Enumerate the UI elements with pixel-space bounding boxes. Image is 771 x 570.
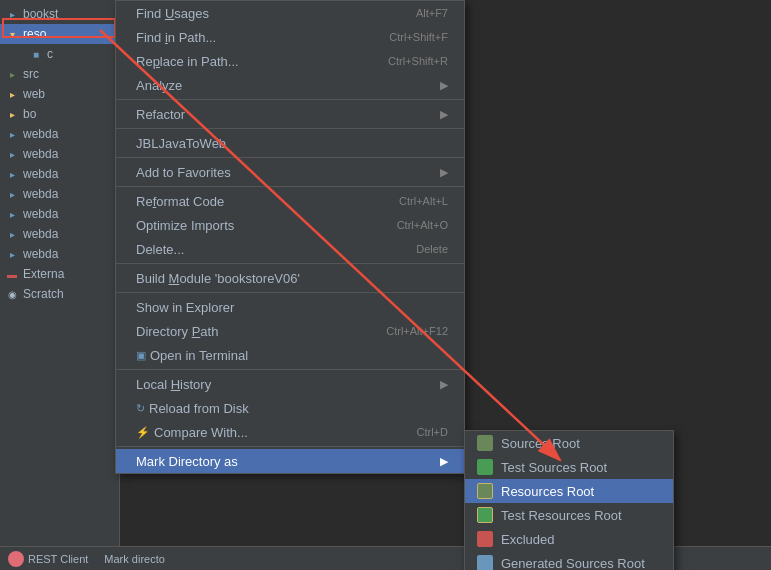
excluded-label: Excluded <box>501 532 554 547</box>
separator-7 <box>116 369 464 370</box>
generated-sources-label: Generated Sources Root <box>501 556 645 571</box>
test-resources-root-label: Test Resources Root <box>501 508 622 523</box>
folder-icon-3: ▸ <box>4 106 20 122</box>
menu-show-explorer[interactable]: Show in Explorer <box>116 295 464 319</box>
menu-directory-path[interactable]: Directory Path Ctrl+Alt+F12 <box>116 319 464 343</box>
tree-item-webda1[interactable]: ▸ webda <box>0 124 119 144</box>
tree-item-src[interactable]: ▸ src <box>0 64 119 84</box>
menu-jbljava[interactable]: JBLJavaToWeb <box>116 131 464 155</box>
tree-item-bookst[interactable]: ▸ bookst <box>0 4 119 24</box>
tree-item-webda6[interactable]: ▸ webda <box>0 224 119 244</box>
generated-sources-icon <box>477 555 493 570</box>
sidebar: ▸ bookst ▾ reso ■ c ▸ src ▸ web ▸ bo ▸ w… <box>0 0 120 570</box>
tree-label: webda <box>23 247 58 261</box>
menu-reformat[interactable]: Reformat Code Ctrl+Alt+L <box>116 189 464 213</box>
submenu-sources-root[interactable]: Sources Root <box>465 431 673 455</box>
test-sources-root-label: Test Sources Root <box>501 460 607 475</box>
separator-4 <box>116 186 464 187</box>
submenu-test-resources-root[interactable]: Test Resources Root <box>465 503 673 527</box>
menu-replace-in-path[interactable]: Replace in Path... Ctrl+Shift+R <box>116 49 464 73</box>
tree-label: webda <box>23 167 58 181</box>
sources-root-icon <box>477 435 493 451</box>
menu-compare-with[interactable]: ⚡ Compare With... Ctrl+D <box>116 420 464 444</box>
tree-label: Externa <box>23 267 64 281</box>
mark-directory-submenu: Sources Root Test Sources Root Resources… <box>464 430 674 570</box>
module-icon-6: ▸ <box>4 206 20 222</box>
tree-label: web <box>23 87 45 101</box>
tree-item-reso[interactable]: ▾ reso <box>0 24 119 44</box>
tree-label: c <box>47 47 53 61</box>
test-sources-root-icon <box>477 459 493 475</box>
separator-2 <box>116 128 464 129</box>
menu-analyze[interactable]: Analyze ▶ <box>116 73 464 97</box>
menu-refactor[interactable]: Refactor ▶ <box>116 102 464 126</box>
sources-root-label: Sources Root <box>501 436 580 451</box>
tree-label: src <box>23 67 39 81</box>
tree-label: webda <box>23 227 58 241</box>
rest-client-icon <box>8 551 24 567</box>
tree-item-externa[interactable]: ▬ Externa <box>0 264 119 284</box>
reload-icon: ↻ <box>136 402 145 415</box>
menu-reload-disk[interactable]: ↻ Reload from Disk <box>116 396 464 420</box>
tree-item-webda3[interactable]: ▸ webda <box>0 164 119 184</box>
module-icon-4: ▸ <box>4 166 20 182</box>
tree-item-bo[interactable]: ▸ bo <box>0 104 119 124</box>
tree-item-webda4[interactable]: ▸ webda <box>0 184 119 204</box>
tree-item-webda7[interactable]: ▸ webda <box>0 244 119 264</box>
tree-label: bookst <box>23 7 58 21</box>
menu-delete[interactable]: Delete... Delete <box>116 237 464 261</box>
folder-icon: ▾ <box>4 26 20 42</box>
separator-6 <box>116 292 464 293</box>
submenu-excluded[interactable]: Excluded <box>465 527 673 551</box>
tree-item-webda5[interactable]: ▸ webda <box>0 204 119 224</box>
separator-8 <box>116 446 464 447</box>
tree-item-scratch[interactable]: ◉ Scratch <box>0 284 119 304</box>
file-icon: ■ <box>28 46 44 62</box>
module-icon-5: ▸ <box>4 186 20 202</box>
compare-icon: ⚡ <box>136 426 150 439</box>
separator-3 <box>116 157 464 158</box>
test-resources-root-icon <box>477 507 493 523</box>
menu-add-favorites[interactable]: Add to Favorites ▶ <box>116 160 464 184</box>
menu-open-terminal[interactable]: ▣ Open in Terminal <box>116 343 464 367</box>
submenu-test-sources-root[interactable]: Test Sources Root <box>465 455 673 479</box>
resources-root-icon <box>477 483 493 499</box>
separator-5 <box>116 263 464 264</box>
module-icon: ▸ <box>4 6 20 22</box>
module-icon-3: ▸ <box>4 146 20 162</box>
module-icon-2: ▸ <box>4 126 20 142</box>
mark-label: Mark directo <box>104 553 165 565</box>
menu-find-in-path[interactable]: Find in Path... Ctrl+Shift+F <box>116 25 464 49</box>
src-icon: ▸ <box>4 66 20 82</box>
tree-item-web[interactable]: ▸ web <box>0 84 119 104</box>
submenu-generated-sources[interactable]: Generated Sources Root <box>465 551 673 570</box>
terminal-icon: ▣ <box>136 349 146 362</box>
tree-label: webda <box>23 147 58 161</box>
menu-optimize-imports[interactable]: Optimize Imports Ctrl+Alt+O <box>116 213 464 237</box>
tree-label: webda <box>23 207 58 221</box>
folder-icon-2: ▸ <box>4 86 20 102</box>
excluded-icon <box>477 531 493 547</box>
module-icon-7: ▸ <box>4 226 20 242</box>
bar-icon: ▬ <box>4 266 20 282</box>
menu-find-usages[interactable]: Find Usages Alt+F7 <box>116 1 464 25</box>
tree-label: webda <box>23 127 58 141</box>
rest-client-label: REST Client <box>28 553 88 565</box>
tree-label: reso <box>23 27 46 41</box>
tree-label: bo <box>23 107 36 121</box>
submenu-resources-root[interactable]: Resources Root <box>465 479 673 503</box>
separator-1 <box>116 99 464 100</box>
context-menu: Find Usages Alt+F7 Find in Path... Ctrl+… <box>115 0 465 474</box>
module-icon-8: ▸ <box>4 246 20 262</box>
resources-root-label: Resources Root <box>501 484 594 499</box>
tree-label: Scratch <box>23 287 64 301</box>
tree-item-c[interactable]: ■ c <box>0 44 119 64</box>
menu-local-history[interactable]: Local History ▶ <box>116 372 464 396</box>
tree-item-webda2[interactable]: ▸ webda <box>0 144 119 164</box>
tree-label: webda <box>23 187 58 201</box>
menu-mark-directory[interactable]: Mark Directory as ▶ <box>116 449 464 473</box>
scratch-icon: ◉ <box>4 286 20 302</box>
menu-build-module[interactable]: Build Module 'bookstoreV06' <box>116 266 464 290</box>
